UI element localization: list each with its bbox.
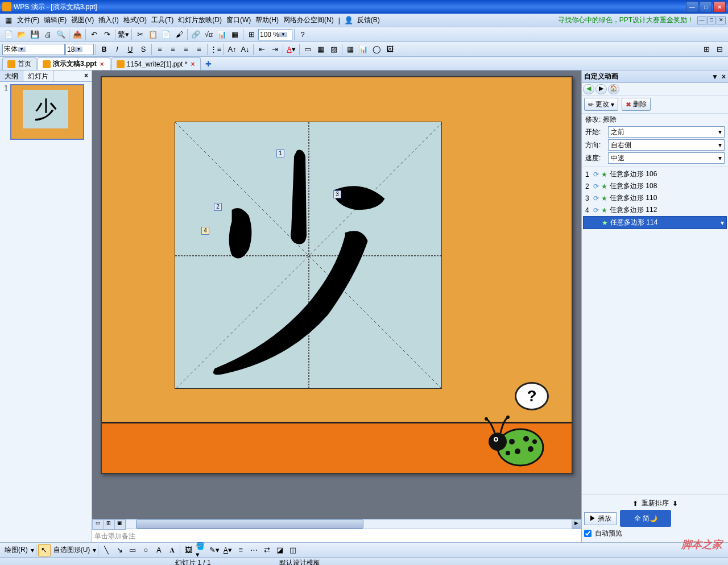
start-select[interactable]: 之前▾ xyxy=(608,126,725,138)
reorder-down-button[interactable]: ⬇ xyxy=(672,500,678,508)
save-button[interactable]: 💾 xyxy=(28,28,41,41)
new-tab-button[interactable]: ✚ xyxy=(202,57,214,70)
zoom-combo[interactable]: 100 %▼ xyxy=(258,29,292,40)
menu-format[interactable]: 格式(O) xyxy=(121,14,149,26)
3d-style-button[interactable]: ◫ xyxy=(287,544,299,556)
help-icon[interactable]: ? xyxy=(296,28,309,41)
wordart-tool[interactable]: 𝐀 xyxy=(166,544,178,556)
change-effect-button[interactable]: ✏ 更改 ▾ xyxy=(584,98,618,111)
slide-thumbnail[interactable]: 1 少 xyxy=(2,84,89,140)
tab-doc2[interactable]: 1154_write2[1].ppt *× xyxy=(111,57,201,70)
animation-item[interactable]: 1⟳★任意多边形 106 xyxy=(583,168,727,180)
style-button[interactable]: 繁▾ xyxy=(117,28,130,41)
line-color-button[interactable]: ✎▾ xyxy=(208,544,221,556)
draw-menu[interactable]: 绘图(R) xyxy=(2,544,30,556)
forward-button[interactable]: ▶ xyxy=(595,84,607,94)
normal-view-button[interactable]: ▭ xyxy=(93,520,104,529)
autopreview-checkbox[interactable] xyxy=(584,530,592,537)
panel-close-icon[interactable]: × xyxy=(81,70,92,81)
font-size-combo[interactable]: 18▼ xyxy=(65,44,94,55)
justify-button[interactable]: ≡ xyxy=(193,43,205,56)
promo-text[interactable]: 寻找你心中的绿色，PPT设计大赛重金奖励！ xyxy=(558,15,694,25)
notes-pane[interactable]: 单击添加备注 xyxy=(92,529,581,542)
animation-item[interactable]: 3⟳★任意多边形 110 xyxy=(583,192,727,204)
collapse-button[interactable]: ⊟ xyxy=(713,43,726,56)
dash-style-button[interactable]: ⋯ xyxy=(247,544,260,556)
menu-view[interactable]: 视图(V) xyxy=(69,14,96,26)
redo-button[interactable]: ↷ xyxy=(101,28,113,41)
sorter-view-button[interactable]: ⊞ xyxy=(104,520,114,529)
decrease-font-button[interactable]: A↓ xyxy=(239,43,251,56)
home-icon[interactable]: 🏠 xyxy=(608,84,619,94)
language-box[interactable]: 全 简 🌙 xyxy=(620,510,671,527)
menu-tools[interactable]: 工具(T) xyxy=(149,14,176,26)
hyperlink-button[interactable]: 🔗 xyxy=(189,28,202,41)
outline-tab[interactable]: 大纲 xyxy=(0,70,23,81)
select-tool[interactable]: ↖ xyxy=(38,544,51,556)
line-tool[interactable]: ╲ xyxy=(100,544,113,556)
scroll-right-button[interactable]: ▶ xyxy=(572,520,581,529)
back-button[interactable]: ◀ xyxy=(583,84,594,94)
format-painter-button[interactable]: 🖌 xyxy=(173,28,185,41)
menu-slideshow[interactable]: 幻灯片放映(D) xyxy=(176,14,224,26)
tab-close-icon[interactable]: × xyxy=(99,60,105,68)
insert-chart-button[interactable]: 📊 xyxy=(357,43,370,56)
underline-button[interactable]: U xyxy=(124,43,136,56)
rectangle-tool[interactable]: ▭ xyxy=(126,544,139,556)
undo-button[interactable]: ↶ xyxy=(88,28,100,41)
close-button[interactable]: ✕ xyxy=(713,1,726,13)
menu-edit[interactable]: 编辑(E) xyxy=(42,14,69,26)
tab-home[interactable]: 首页 xyxy=(2,57,36,70)
textbox-tool[interactable]: A xyxy=(152,544,165,556)
increase-font-button[interactable]: A↑ xyxy=(226,43,238,56)
print-button[interactable]: 🖨 xyxy=(42,28,54,41)
bold-button[interactable]: B xyxy=(98,43,110,56)
marker-3[interactable]: 3 xyxy=(333,190,341,198)
align-right-button[interactable]: ≡ xyxy=(180,43,192,56)
equation-button[interactable]: √α xyxy=(202,28,215,41)
increase-indent-button[interactable]: ⇥ xyxy=(268,43,281,56)
layout-button[interactable]: ▦ xyxy=(315,43,327,56)
decrease-indent-button[interactable]: ⇤ xyxy=(255,43,268,56)
feedback-icon[interactable]: 👤 xyxy=(342,14,355,27)
horizontal-scrollbar[interactable]: ◀ ▶ xyxy=(92,519,581,529)
new-button[interactable]: 📄 xyxy=(2,28,15,41)
marker-2[interactable]: 2 xyxy=(214,203,222,211)
copy-button[interactable]: 📋 xyxy=(147,28,159,41)
font-color-button[interactable]: A▾ xyxy=(221,544,234,556)
align-left-button[interactable]: ≡ xyxy=(154,43,166,56)
pane-menu-icon[interactable]: ▼ xyxy=(712,73,718,81)
animation-item[interactable]: 2⟳★任意多边形 108 xyxy=(583,180,727,192)
arrow-tool[interactable]: ↘ xyxy=(113,544,126,556)
menu-file[interactable]: 文件(F) xyxy=(15,14,42,26)
scroll-thumb[interactable] xyxy=(136,520,363,529)
insert-table-button[interactable]: ▦ xyxy=(344,43,357,56)
play-button[interactable]: ▶ 播放 xyxy=(584,512,617,525)
design-button[interactable]: ▨ xyxy=(328,43,340,56)
preview-button[interactable]: 🔍 xyxy=(55,28,67,41)
reorder-up-button[interactable]: ⬆ xyxy=(632,500,638,508)
animation-item[interactable]: 4⟳★任意多边形 112 xyxy=(583,204,727,216)
maximize-button[interactable]: □ xyxy=(700,1,712,13)
align-center-button[interactable]: ≡ xyxy=(167,43,179,56)
menu-window[interactable]: 窗口(W) xyxy=(224,14,253,26)
autoshape-menu[interactable]: 自选图形(U) xyxy=(51,544,93,556)
menu-help[interactable]: 帮助(H) xyxy=(253,14,281,26)
menu-insert[interactable]: 插入(I) xyxy=(96,14,121,26)
marker-1[interactable]: 1 xyxy=(276,149,284,157)
doc-close-button[interactable]: ✕ xyxy=(717,16,726,24)
new-slide-button[interactable]: ▭ xyxy=(301,43,314,56)
insert-shape-button[interactable]: ◯ xyxy=(370,43,383,56)
slideshow-view-button[interactable]: ▣ xyxy=(115,520,126,529)
minimize-button[interactable]: — xyxy=(686,1,698,13)
insert-picture-button[interactable]: 🖼 xyxy=(182,544,195,556)
arrow-style-button[interactable]: ⇄ xyxy=(260,544,273,556)
paste-button[interactable]: 📄 xyxy=(160,28,172,41)
fill-color-button[interactable]: 🪣▾ xyxy=(195,544,208,556)
open-button[interactable]: 📂 xyxy=(15,28,28,41)
tab-close-icon[interactable]: × xyxy=(189,60,196,68)
menu-webspace[interactable]: 网络办公空间(N) xyxy=(281,14,336,26)
font-name-combo[interactable]: 宋体▼ xyxy=(2,44,65,55)
tab-doc1[interactable]: 演示文稿3.ppt× xyxy=(38,57,110,70)
grid-button[interactable]: ⊞ xyxy=(245,28,258,41)
